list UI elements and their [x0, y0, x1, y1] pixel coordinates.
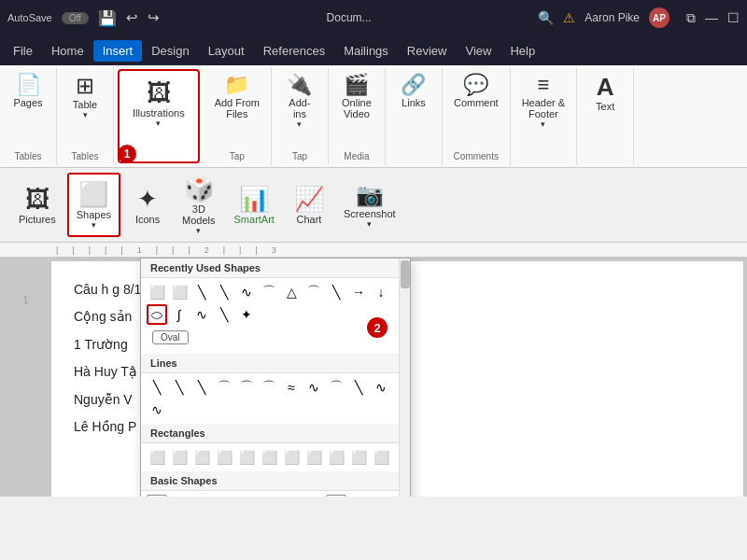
- recently-used-title: Recently Used Shapes: [141, 259, 410, 278]
- menu-references[interactable]: References: [254, 40, 334, 62]
- text-button[interactable]: A Text: [583, 71, 627, 116]
- chart-icon: 📈: [294, 185, 324, 214]
- shape-item[interactable]: ⌒: [214, 377, 234, 398]
- pictures-button[interactable]: 🖼 Pictures: [11, 179, 63, 231]
- shape-item[interactable]: ∫: [169, 304, 190, 325]
- comment-button[interactable]: 💬 Comment: [448, 71, 504, 112]
- online-video-button[interactable]: 🎬 OnlineVideo: [334, 71, 379, 123]
- menubar: File Home Insert Design Layout Reference…: [0, 35, 747, 65]
- shape-item[interactable]: ⬜: [147, 447, 167, 468]
- online-video-icon: 🎬: [344, 75, 369, 95]
- pages-button[interactable]: 📄 Pages: [6, 71, 50, 112]
- shape-item[interactable]: ⬜: [259, 447, 279, 468]
- shape-item[interactable]: ╲: [214, 304, 234, 325]
- shape-item[interactable]: ∿: [371, 377, 391, 398]
- shape-item[interactable]: ∿: [191, 304, 212, 325]
- shape-item[interactable]: →: [348, 282, 369, 302]
- shape-item[interactable]: ⌒: [259, 377, 279, 398]
- shape-item[interactable]: ⬜: [147, 282, 167, 302]
- undo-icon[interactable]: ↩: [126, 9, 138, 26]
- shape-item[interactable]: ⬜: [348, 447, 369, 468]
- hf-chevron: ▾: [541, 119, 545, 129]
- shape-item[interactable]: ↓: [371, 282, 391, 302]
- shape-item[interactable]: ⌒: [236, 377, 257, 398]
- shape-item[interactable]: ╲: [191, 377, 212, 398]
- shape-item[interactable]: ⬜: [169, 447, 190, 468]
- table-button[interactable]: ⊞ Table ▾: [63, 71, 107, 123]
- menu-help[interactable]: Help: [500, 40, 544, 62]
- header-footer-icon: ≡: [537, 75, 549, 95]
- shape-item[interactable]: ⬜: [214, 447, 234, 468]
- menu-layout[interactable]: Layout: [199, 40, 254, 62]
- maximize-icon[interactable]: ☐: [727, 10, 740, 25]
- oval-shape-item[interactable]: ⬭: [147, 304, 167, 325]
- smartart-button[interactable]: 📊 SmartArt: [227, 179, 282, 231]
- shape-item[interactable]: ⬜: [236, 447, 257, 468]
- autosave-label: AutoSave: [7, 12, 52, 23]
- shape-item[interactable]: A: [147, 495, 167, 497]
- restore-icon[interactable]: ⧉: [686, 10, 696, 26]
- minimize-icon[interactable]: —: [705, 10, 718, 25]
- screenshot-button[interactable]: 📷 Screenshot ▾: [336, 176, 403, 234]
- save-icon[interactable]: 💾: [98, 9, 117, 27]
- menu-review[interactable]: Review: [398, 40, 457, 62]
- shape-item[interactable]: 10: [326, 495, 346, 497]
- menu-view[interactable]: View: [456, 40, 500, 62]
- shape-item[interactable]: ⬜: [191, 447, 212, 468]
- shape-item[interactable]: ╲: [147, 377, 167, 398]
- shape-item[interactable]: ⬜: [303, 447, 324, 468]
- shapes-button[interactable]: ⬜ Shapes ▾: [67, 173, 120, 237]
- shape-item[interactable]: ▱: [214, 495, 234, 497]
- shape-item[interactable]: △: [191, 495, 212, 497]
- illustrations-button[interactable]: 🖼 Illustrations ▾: [127, 75, 190, 132]
- menu-file[interactable]: File: [4, 40, 42, 62]
- shape-item[interactable]: ⬠: [259, 495, 279, 497]
- shape-item[interactable]: ∿: [147, 399, 167, 420]
- shape-item[interactable]: ⌒: [259, 282, 279, 302]
- group-illustrations: 🖼 Illustrations ▾ 1: [118, 69, 200, 163]
- dropdown-scrollbar[interactable]: [399, 259, 410, 497]
- menu-home[interactable]: Home: [42, 40, 93, 62]
- avatar[interactable]: AP: [649, 7, 669, 28]
- redo-icon[interactable]: ↪: [148, 9, 160, 26]
- shape-item[interactable]: ╲: [326, 282, 346, 302]
- shape-item[interactable]: ⬜: [281, 447, 302, 468]
- shape-item[interactable]: ⬜: [326, 447, 346, 468]
- shape-item[interactable]: ╲: [169, 377, 190, 398]
- shape-item[interactable]: ∿: [303, 377, 324, 398]
- scroll-thumb[interactable]: [401, 260, 410, 288]
- shape-item[interactable]: ⬜: [371, 447, 391, 468]
- shape-item[interactable]: △: [169, 495, 190, 497]
- shape-item[interactable]: ◇: [236, 495, 257, 497]
- shape-item[interactable]: ⌒: [326, 377, 346, 398]
- shape-item[interactable]: △: [281, 282, 302, 302]
- shape-item[interactable]: ∿: [236, 282, 257, 302]
- autosave-toggle[interactable]: Off: [62, 12, 89, 24]
- shape-item[interactable]: ╲: [348, 377, 369, 398]
- comment-group-label: Comments: [454, 147, 499, 161]
- chart-button[interactable]: 📈 Chart: [286, 179, 332, 231]
- titlebar: AutoSave Off 💾 ↩ ↪ Docum... 🔍 ⚠ Aaron Pi…: [0, 0, 747, 35]
- search-icon[interactable]: 🔍: [538, 10, 554, 25]
- header-footer-button[interactable]: ≡ Header &Footer ▾: [516, 71, 571, 133]
- group-online-video: 🎬 OnlineVideo Media: [329, 67, 386, 165]
- shape-item[interactable]: ✦: [236, 304, 257, 325]
- shape-item[interactable]: ◎: [281, 495, 302, 497]
- addins-button[interactable]: 🔌 Add-ins ▾: [277, 71, 322, 133]
- shape-item[interactable]: ①: [303, 495, 324, 497]
- shape-item[interactable]: ⌒: [303, 282, 324, 302]
- recently-used-row: ⬜ ⬜ ╲ ╲ ∿ ⌒ △ ⌒ ╲ → ↓ ⬭ ∫ ∿ ╲ ✦ 2: [141, 278, 410, 329]
- shape-item[interactable]: ╲: [214, 282, 234, 302]
- add-from-files-button[interactable]: 📁 Add From Files: [209, 71, 265, 123]
- menu-mailings[interactable]: Mailings: [334, 40, 398, 62]
- menu-design[interactable]: Design: [142, 40, 198, 62]
- illustrations-icon: 🖼: [147, 78, 171, 107]
- shape-item[interactable]: ≈: [281, 377, 302, 398]
- menu-insert[interactable]: Insert: [93, 40, 143, 62]
- 3d-models-button[interactable]: 🎲 3DModels ▾: [175, 169, 222, 241]
- shape-item[interactable]: ⬜: [169, 282, 190, 302]
- group-links: 🔗 Links: [386, 67, 443, 165]
- shape-item[interactable]: ╲: [191, 282, 212, 302]
- icons-button[interactable]: ✦ Icons: [124, 179, 171, 231]
- links-button[interactable]: 🔗 Links: [391, 71, 436, 112]
